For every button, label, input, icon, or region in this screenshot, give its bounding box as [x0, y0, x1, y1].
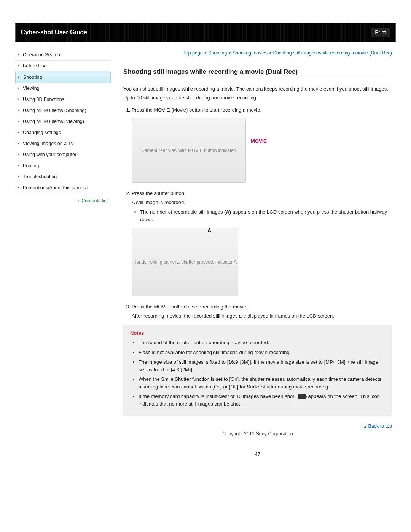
figure-camera-movie: Camera rear view with MOVIE button indic…	[132, 118, 246, 183]
sidebar-item[interactable]: Troubleshooting	[15, 171, 111, 182]
notes-box: Notes The sound of the shutter button op…	[123, 325, 392, 416]
figure-camera-shutter: Hands holding camera, shutter pressed, i…	[132, 228, 238, 296]
step-subtext: After recording movies, the recorded sti…	[132, 312, 392, 320]
step-text: Press the MOVIE button to stop recording…	[132, 304, 247, 310]
sidebar: Operation SearchBefore UseShootingViewin…	[15, 50, 114, 457]
print-button[interactable]: Print	[371, 28, 390, 37]
step-2: Press the shutter button. A still image …	[132, 190, 392, 296]
breadcrumb-link[interactable]: Shooting still images while recording a …	[273, 50, 392, 56]
sidebar-item[interactable]: Using MENU items (Viewing)	[15, 116, 111, 127]
sidebar-item[interactable]: Using 3D Functions	[15, 94, 111, 105]
sidebar-item[interactable]: Using with your computer	[15, 149, 111, 160]
sidebar-item[interactable]: Before Use	[15, 61, 111, 72]
step-bullet: The number of recordable still images (A…	[140, 208, 392, 223]
sidebar-item[interactable]: Operation Search	[15, 50, 111, 61]
breadcrumb: Top page > Shooting > Shooting movies > …	[123, 50, 392, 57]
figure-alt: Camera rear view with MOVIE button indic…	[141, 147, 236, 154]
sidebar-item[interactable]: Changing settings	[15, 127, 111, 138]
note-item: Flash is not available for shooting stil…	[139, 349, 385, 356]
sidebar-item[interactable]: Using MENU items (Shooting)	[15, 105, 111, 116]
step-text: Press the MOVIE (Movie) button to start …	[132, 107, 261, 113]
notes-heading: Notes	[130, 330, 385, 336]
note-item: When the Smile Shutter function is set t…	[139, 375, 385, 390]
no-more-shots-icon	[298, 394, 306, 399]
header-bar: Cyber-shot User Guide Print	[15, 23, 396, 42]
breadcrumb-link[interactable]: Shooting	[208, 50, 227, 56]
intro-text: You can shoot still images while recordi…	[123, 85, 392, 102]
intro-paragraph: You can shoot still images while recordi…	[123, 85, 392, 93]
movie-label: MOVIE	[251, 137, 267, 145]
contents-list-link[interactable]: Contents list	[15, 193, 111, 203]
sidebar-item[interactable]: Shooting	[15, 72, 111, 83]
figure-alt: Hands holding camera, shutter pressed, i…	[133, 259, 237, 265]
intro-paragraph: Up to 10 still images can be shot during…	[123, 94, 392, 102]
page-number: 47	[123, 452, 392, 457]
note-item: The sound of the shutter button operatin…	[139, 339, 385, 347]
sidebar-item[interactable]: Viewing	[15, 83, 111, 94]
copyright-text: Copyright 2011 Sony Corporation	[123, 431, 392, 436]
breadcrumb-link[interactable]: Top page	[183, 50, 202, 56]
sidebar-item[interactable]: Viewing images on a TV	[15, 138, 111, 149]
app-title: Cyber-shot User Guide	[21, 29, 87, 36]
back-to-top-link[interactable]: Back to top	[123, 423, 392, 429]
a-indicator-label: A	[207, 227, 211, 235]
step-text: Press the shutter button.	[132, 190, 186, 196]
step-1: Press the MOVIE (Movie) button to start …	[132, 106, 392, 183]
step-subtext: A still image is recorded.	[132, 199, 392, 206]
sidebar-item[interactable]: Precautions/About this camera	[15, 182, 111, 193]
breadcrumb-link[interactable]: Shooting movies	[233, 50, 268, 56]
note-item: The image size of still images is fixed …	[139, 358, 385, 373]
step-3: Press the MOVIE button to stop recording…	[132, 303, 392, 320]
note-item: If the memory card capacity is insuffici…	[139, 393, 385, 407]
page-title: Shooting still images while recording a …	[123, 68, 392, 78]
main-content: Top page > Shooting > Shooting movies > …	[114, 50, 396, 457]
sidebar-item[interactable]: Printing	[15, 160, 111, 171]
